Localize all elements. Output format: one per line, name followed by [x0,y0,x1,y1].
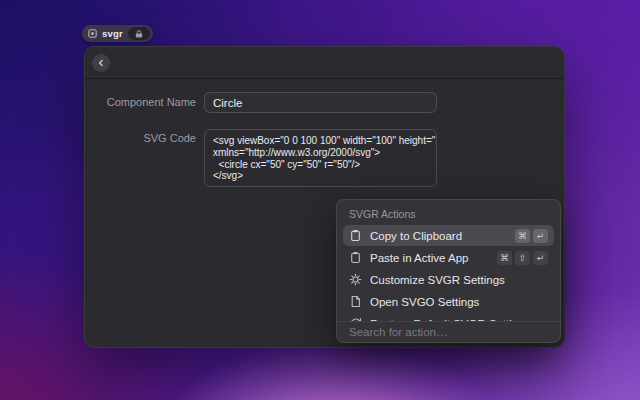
svgr-app-icon [88,29,97,38]
return-key: ↵ [533,229,548,243]
actions-list: Copy to Clipboard ⌘ ↵ Paste in Active Ap… [337,225,560,321]
extension-tag: svgr [82,25,153,42]
window-header [85,47,564,79]
cmd-key: ⌘ [497,251,512,265]
action-search-input[interactable] [337,322,560,342]
action-copy-to-clipboard[interactable]: Copy to Clipboard ⌘ ↵ [343,225,554,246]
action-paste-in-active-app[interactable]: Paste in Active App ⌘ ⇧ ↵ [343,247,554,268]
action-label: Copy to Clipboard [370,230,507,242]
shortcut-keys: ⌘ ↵ [515,229,548,243]
clipboard-icon [349,251,362,264]
svg-code-line: </svg> [213,170,428,182]
action-label: Paste in Active App [370,252,489,264]
chevron-left-icon [96,58,106,68]
svg-code-line: <circle cx="50" cy="50" r="50"/> [213,159,428,171]
lock-icon [134,29,144,39]
file-icon [349,295,362,308]
action-search-bar [337,322,560,342]
actions-panel: SVGR Actions Copy to Clipboard ⌘ ↵ [336,199,561,343]
actions-panel-title: SVGR Actions [337,200,560,225]
component-name-label: Component Name [85,92,196,112]
lock-badge [128,27,150,40]
shortcut-keys: ⌘ ⇧ ↵ [497,251,548,265]
svg-code-textarea[interactable]: <svg viewBox="0 0 100 100" width="100" h… [204,129,437,187]
clipboard-icon [349,229,362,242]
desktop-background: svgr Component Name SVG Code <svg viewBo… [0,0,640,400]
extension-name: svgr [102,28,123,39]
return-key: ↵ [533,251,548,265]
action-open-svgo-settings[interactable]: Open SVGO Settings [343,291,554,312]
shift-key: ⇧ [515,251,530,265]
action-label: Customize SVGR Settings [370,274,548,286]
component-name-input[interactable] [204,92,437,113]
action-restore-default-svgr-settings[interactable]: Restore Default SVGR Settings [343,313,554,321]
svg-code-line: <svg viewBox="0 0 100 100" width="100" h… [213,135,428,147]
action-label: Open SVGO Settings [370,296,548,308]
svg-code-line: xmlns="http://www.w3.org/2000/svg"> [213,147,428,159]
svg-code-label: SVG Code [85,131,196,145]
action-customize-svgr-settings[interactable]: Customize SVGR Settings [343,269,554,290]
cmd-key: ⌘ [515,229,530,243]
back-button[interactable] [92,54,110,72]
gear-icon [349,273,362,286]
